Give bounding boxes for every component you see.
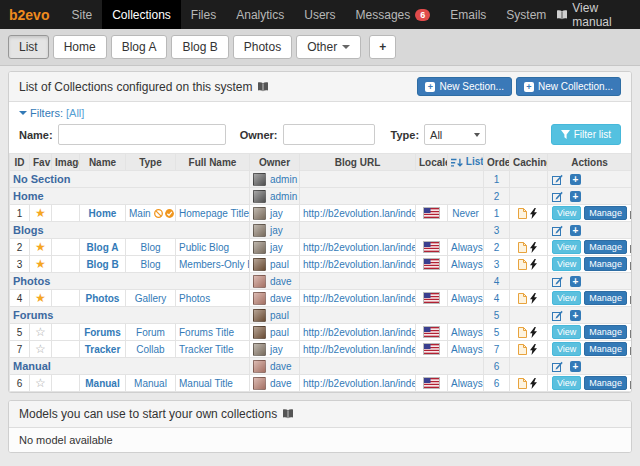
tab-photos[interactable]: Photos [233,35,292,59]
page-cache-icon[interactable] [518,208,527,219]
collection-name-link[interactable]: Manual [85,378,119,389]
owner-link[interactable]: jay [270,208,283,219]
owner-link[interactable]: dave [270,361,292,372]
order-link[interactable]: 5 [494,310,500,321]
filters-all-link[interactable]: [All] [66,107,84,119]
view-button[interactable]: View [552,240,581,254]
column-header-owner[interactable]: Owner [250,154,300,171]
collection-fullname-link[interactable]: Tracker Title [179,344,234,355]
column-header-locale[interactable]: Locale [416,154,448,171]
view-button[interactable]: View [552,206,581,220]
listed-link[interactable]: Never [452,208,479,219]
type-filter-select[interactable]: All [424,124,486,145]
page-cache-icon[interactable] [518,344,527,355]
star-outline-icon[interactable]: ☆ [35,376,46,390]
column-header-listed[interactable]: Listed [448,154,484,171]
order-link[interactable]: 1 [494,208,500,219]
page-cache-icon[interactable] [518,293,527,304]
new-collection-button[interactable]: + New Collection... [516,77,621,96]
us-flag-icon[interactable] [423,377,440,389]
star-filled-icon[interactable]: ★ [35,240,46,254]
nav-item-collections[interactable]: Collections [102,0,181,29]
duplicate-icon[interactable] [630,242,632,253]
owner-link[interactable]: paul [270,327,289,338]
us-flag-icon[interactable] [423,258,440,270]
section-name-link[interactable]: Home [13,190,44,202]
column-header-caching[interactable]: Caching [510,154,548,171]
order-link[interactable]: 6 [494,378,500,389]
collection-type-link[interactable]: Blog [140,242,160,253]
manage-button[interactable]: Manage [584,257,627,271]
section-name-link[interactable]: Manual [13,360,51,372]
section-name-link[interactable]: No Section [13,173,70,185]
blog-url-link[interactable]: http://b2evolution.lan/index.php/a/ [303,242,416,253]
filters-toggle-link[interactable]: Filters: [30,107,63,119]
nav-item-emails[interactable]: Emails [440,0,496,29]
collection-name-link[interactable]: Photos [86,293,120,304]
add-plus-icon[interactable]: + [570,361,581,372]
us-flag-icon[interactable] [423,241,440,253]
collection-name-link[interactable]: Blog B [86,259,118,270]
star-filled-icon[interactable]: ★ [35,291,46,305]
nav-item-system[interactable]: System [496,0,556,29]
collection-fullname-link[interactable]: Manual Title [179,378,233,389]
edit-icon[interactable] [552,174,563,185]
order-link[interactable]: 2 [494,242,500,253]
collection-name-link[interactable]: Home [89,208,117,219]
order-link[interactable]: 1 [494,174,500,185]
duplicate-icon[interactable] [630,378,632,389]
star-filled-icon[interactable]: ★ [35,206,46,220]
us-flag-icon[interactable] [423,292,440,304]
column-header-actions[interactable]: Actions [548,154,632,171]
listed-link[interactable]: Always [451,327,483,338]
listed-link[interactable]: Always [451,259,483,270]
order-link[interactable]: 2 [494,191,500,202]
column-header-name[interactable]: Name [80,154,126,171]
view-button[interactable]: View [552,257,581,271]
owner-link[interactable]: dave [270,293,292,304]
collection-name-link[interactable]: Tracker [85,344,121,355]
edit-icon[interactable] [552,225,563,236]
manage-button[interactable]: Manage [584,206,627,220]
order-link[interactable]: 7 [494,344,500,355]
tab-list[interactable]: List [8,35,49,59]
collection-type-link[interactable]: Gallery [135,293,167,304]
owner-link[interactable]: dave [270,276,292,287]
duplicate-icon[interactable] [630,344,632,355]
collection-fullname-link[interactable]: Photos [179,293,210,304]
lightning-icon[interactable] [530,208,537,219]
us-flag-icon[interactable] [423,326,440,338]
add-plus-icon[interactable]: + [570,225,581,236]
add-plus-icon[interactable]: + [570,191,581,202]
blog-url-link[interactable]: http://b2evolution.lan/index.php/b/ [303,259,416,270]
nav-item-messages[interactable]: Messages6 [346,0,441,29]
section-name-link[interactable]: Forums [13,309,53,321]
lightning-icon[interactable] [530,259,537,270]
star-outline-icon[interactable]: ☆ [35,325,46,339]
order-link[interactable]: 5 [494,327,500,338]
add-plus-icon[interactable]: + [570,276,581,287]
view-button[interactable]: View [552,342,581,356]
lightning-icon[interactable] [530,344,537,355]
column-header-type[interactable]: Type [126,154,176,171]
star-outline-icon[interactable]: ☆ [35,342,46,356]
column-header-full-name[interactable]: Full Name [176,154,250,171]
page-cache-icon[interactable] [518,259,527,270]
owner-link[interactable]: jay [270,225,283,236]
tab-home[interactable]: Home [53,35,107,59]
column-header-blog-url[interactable]: Blog URL [300,154,416,171]
manage-button[interactable]: Manage [584,291,627,305]
listed-link[interactable]: Always [451,378,483,389]
star-filled-icon[interactable]: ★ [35,257,46,271]
section-name-link[interactable]: Blogs [13,224,44,236]
collection-fullname-link[interactable]: Homepage Title [179,208,249,219]
collection-type-link[interactable]: Manual [134,378,167,389]
tab-other[interactable]: Other [296,35,361,59]
us-flag-icon[interactable] [423,207,440,219]
duplicate-icon[interactable] [630,293,632,304]
order-link[interactable]: 6 [494,361,500,372]
column-header-order[interactable]: Order [484,154,510,171]
page-cache-icon[interactable] [518,327,527,338]
blog-url-link[interactable]: http://b2evolution.lan/index.php/forums/ [303,327,416,338]
collection-fullname-link[interactable]: Members-Only Blog [179,259,250,270]
